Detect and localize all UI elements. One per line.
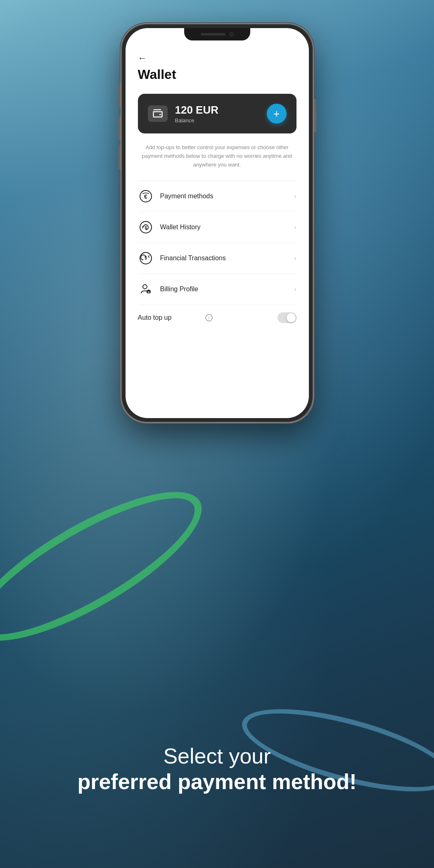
- auto-topup-toggle[interactable]: [277, 312, 296, 323]
- wallet-icon: [148, 105, 168, 122]
- auto-topup-row: Auto top up i: [138, 305, 296, 331]
- billing-profile-icon: $: [138, 281, 154, 297]
- auto-topup-info-icon[interactable]: i: [205, 314, 213, 321]
- phone-frame: ← Wallet 120 EUR: [122, 25, 312, 421]
- add-funds-button[interactable]: +: [267, 104, 287, 124]
- financial-transactions-icon: $: [138, 250, 154, 266]
- billing-profile-chevron: ›: [294, 285, 296, 293]
- bottom-section: Select your preferred payment method!: [0, 670, 434, 868]
- balance-label: Balance: [175, 117, 219, 124]
- wallet-history-chevron: ›: [294, 224, 296, 231]
- auto-topup-label: Auto top up: [138, 314, 203, 321]
- payment-methods-label: Payment methods: [160, 193, 294, 200]
- notch-camera: [230, 32, 234, 36]
- financial-transactions-chevron: ›: [294, 254, 296, 262]
- menu-list: € Payment methods ›: [138, 181, 296, 305]
- notch-speaker: [201, 33, 225, 36]
- menu-item-payment-methods[interactable]: € Payment methods ›: [138, 181, 296, 212]
- phone-screen: ← Wallet 120 EUR: [126, 28, 309, 418]
- back-button[interactable]: ←: [138, 53, 296, 64]
- app-content: ← Wallet 120 EUR: [126, 28, 309, 418]
- phone-notch: [184, 28, 250, 40]
- balance-info: 120 EUR Balance: [175, 104, 219, 124]
- svg-text:€: €: [144, 193, 147, 200]
- bottom-text-line1: Select your: [163, 743, 270, 769]
- phone-wrapper: ← Wallet 120 EUR: [122, 25, 312, 421]
- menu-item-financial-transactions[interactable]: $ Financial Transactions ›: [138, 243, 296, 274]
- wallet-history-label: Wallet History: [160, 224, 294, 231]
- description-text: Add top-ups to better control your expen…: [138, 143, 296, 169]
- page-title: Wallet: [138, 67, 296, 82]
- balance-amount: 120 EUR: [175, 104, 219, 117]
- svg-point-6: [143, 285, 147, 289]
- balance-card: 120 EUR Balance +: [138, 94, 296, 133]
- balance-left: 120 EUR Balance: [148, 104, 219, 124]
- svg-text:$: $: [145, 226, 147, 230]
- bottom-text-line2: preferred payment method!: [77, 769, 356, 794]
- toggle-knob: [287, 313, 296, 322]
- svg-text:$: $: [147, 290, 149, 294]
- wallet-history-icon: $: [138, 219, 154, 235]
- payment-methods-icon: €: [138, 188, 154, 204]
- svg-text:$: $: [145, 256, 147, 260]
- menu-item-wallet-history[interactable]: $ Wallet History ›: [138, 212, 296, 243]
- financial-transactions-label: Financial Transactions: [160, 254, 294, 262]
- payment-methods-chevron: ›: [294, 193, 296, 200]
- billing-profile-label: Billing Profile: [160, 285, 294, 293]
- menu-item-billing-profile[interactable]: $ Billing Profile ›: [138, 274, 296, 305]
